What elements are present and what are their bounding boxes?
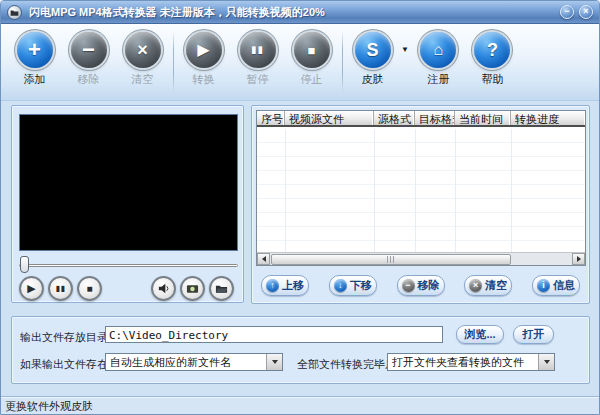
move-down-button[interactable]: ↓ 下移 <box>329 275 377 296</box>
titlebar: 闪电MPG MP4格式转换器 未注册版本，只能转换视频的20% − × <box>1 1 599 24</box>
skin-label: 皮肤 <box>362 72 384 87</box>
stop-button-player[interactable]: ■ <box>77 276 102 301</box>
arrow-up-icon: ↑ <box>266 279 279 292</box>
convert-label: 转换 <box>193 72 215 87</box>
output-settings-panel: 输出文件存放目录： 浏览... 打开 如果输出文件存在： 自动生成相应的新文件名… <box>11 316 590 384</box>
if-exists-value: 自动生成相应的新文件名 <box>106 355 266 370</box>
grip-icon <box>387 256 396 263</box>
minimize-button[interactable]: − <box>560 5 574 19</box>
status-bar: 更换软件外观皮肤 <box>1 396 599 414</box>
grid-line <box>455 129 456 252</box>
column-header-progress[interactable]: 转换进度 <box>511 111 585 125</box>
grid-line <box>285 129 286 252</box>
window-title: 闪电MPG MP4格式转换器 未注册版本，只能转换视频的20% <box>29 5 325 20</box>
grid-line <box>415 129 416 252</box>
add-label: 添加 <box>24 72 46 87</box>
play-button[interactable]: ▶ <box>19 276 44 301</box>
info-icon: i <box>537 279 550 292</box>
snapshot-icon <box>186 282 199 295</box>
skin-button[interactable]: S 皮肤 <box>347 27 398 87</box>
clear-label: 清空 <box>132 72 154 87</box>
register-label: 注册 <box>427 72 449 87</box>
remove-button[interactable]: − 移除 <box>63 27 114 87</box>
app-icon[interactable] <box>7 5 22 20</box>
table-body-empty <box>257 129 585 252</box>
move-up-button[interactable]: ↑ 上移 <box>261 275 309 296</box>
question-icon: ? <box>474 32 510 68</box>
help-label: 帮助 <box>481 72 503 87</box>
pause-icon: ▮▮ <box>240 32 276 68</box>
seek-track <box>19 264 238 267</box>
dropdown-arrow-button[interactable] <box>266 354 282 370</box>
minus-icon: − <box>71 32 107 68</box>
volume-button[interactable] <box>151 276 176 301</box>
arrow-down-icon: ↓ <box>334 279 347 292</box>
chevron-down-icon <box>544 360 550 364</box>
convert-button[interactable]: ▶ 转换 <box>178 27 229 87</box>
remove-item-label: 移除 <box>418 278 440 293</box>
open-file-button[interactable] <box>209 276 234 301</box>
conversion-queue-table: 序号 视频源文件 源格式 目标格式 当前时间 转换进度 <box>256 110 586 266</box>
queue-panel: 序号 视频源文件 源格式 目标格式 当前时间 转换进度 <box>251 105 590 304</box>
dropdown-arrow-button[interactable] <box>538 354 554 370</box>
pause-button[interactable]: ▮▮ 暂停 <box>232 27 283 87</box>
clear-button[interactable]: × 清空 <box>117 27 168 87</box>
seek-thumb[interactable] <box>20 256 29 273</box>
add-button[interactable]: + 添加 <box>9 27 60 87</box>
stop-icon: ■ <box>294 32 330 68</box>
queue-action-buttons: ↑ 上移 ↓ 下移 − 移除 × 清空 i 信息 <box>252 275 589 296</box>
column-header-index[interactable]: 序号 <box>257 111 285 125</box>
after-done-value: 打开文件夹查看转换的文件 <box>388 355 538 370</box>
home-icon: ⌂ <box>420 32 456 68</box>
toolbar-separator <box>342 31 343 93</box>
open-button[interactable]: 打开 <box>513 325 554 344</box>
app-window: 闪电MPG MP4格式转换器 未注册版本，只能转换视频的20% − × + 添加… <box>0 0 600 415</box>
scroll-left-arrow[interactable] <box>257 253 270 265</box>
scrollbar-thumb[interactable] <box>271 254 511 265</box>
column-header-dstfmt[interactable]: 目标格式 <box>415 111 455 125</box>
stop-label: 停止 <box>301 72 323 87</box>
browse-button[interactable]: 浏览... <box>456 325 504 344</box>
remove-label: 移除 <box>78 72 100 87</box>
snapshot-button[interactable] <box>180 276 205 301</box>
column-header-time[interactable]: 当前时间 <box>455 111 511 125</box>
toolbar: + 添加 − 移除 × 清空 ▶ 转换 ▮▮ 暂停 ■ 停止 S 皮肤 ▼ <box>1 24 599 101</box>
left-triangle-icon <box>262 256 266 262</box>
play-icon: ▶ <box>186 32 222 68</box>
column-header-srcfmt[interactable]: 源格式 <box>374 111 415 125</box>
register-button[interactable]: ⌂ 注册 <box>413 27 464 87</box>
minus-icon: − <box>402 279 415 292</box>
scroll-right-arrow[interactable] <box>572 253 585 265</box>
cross-icon: × <box>125 32 161 68</box>
info-button[interactable]: i 信息 <box>532 275 580 296</box>
chevron-down-icon <box>272 360 278 364</box>
stop-button[interactable]: ■ 停止 <box>286 27 337 87</box>
clear-list-button[interactable]: × 清空 <box>464 275 512 296</box>
plus-icon: + <box>17 32 53 68</box>
skin-icon: S <box>355 32 391 68</box>
move-down-label: 下移 <box>350 278 372 293</box>
horizontal-scrollbar[interactable] <box>257 252 585 265</box>
clear-list-label: 清空 <box>485 278 507 293</box>
table-header: 序号 视频源文件 源格式 目标格式 当前时间 转换进度 <box>257 111 585 127</box>
cross-icon: × <box>469 279 482 292</box>
close-button[interactable]: × <box>579 5 593 19</box>
column-header-source[interactable]: 视频源文件 <box>285 111 374 125</box>
if-exists-combobox[interactable]: 自动生成相应的新文件名 <box>105 353 283 371</box>
window-controls: − × <box>555 5 593 19</box>
output-dir-input[interactable] <box>105 326 443 343</box>
skin-menu-arrow[interactable]: ▼ <box>401 45 409 54</box>
volume-icon <box>157 282 170 295</box>
seek-slider[interactable] <box>19 259 238 273</box>
player-panel: ▶ ▮▮ ■ <box>11 105 244 303</box>
video-preview <box>19 114 238 251</box>
help-button[interactable]: ? 帮助 <box>467 27 518 87</box>
move-up-label: 上移 <box>282 278 304 293</box>
folder-icon <box>10 8 19 17</box>
grid-line <box>511 129 512 252</box>
grid-line <box>374 129 375 252</box>
remove-item-button[interactable]: − 移除 <box>397 275 445 296</box>
after-done-combobox[interactable]: 打开文件夹查看转换的文件 <box>387 353 555 371</box>
pause-button-player[interactable]: ▮▮ <box>48 276 73 301</box>
info-label: 信息 <box>553 278 575 293</box>
